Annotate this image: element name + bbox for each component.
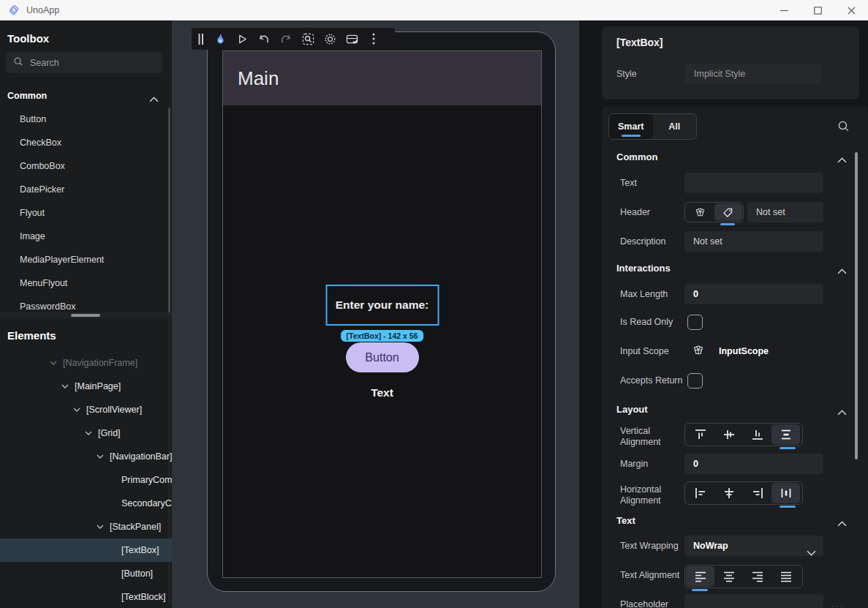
more-menu-icon[interactable] xyxy=(367,32,380,45)
is-read-only-checkbox[interactable] xyxy=(687,315,703,330)
play-icon[interactable] xyxy=(235,32,249,45)
section-common[interactable]: Common xyxy=(616,151,657,162)
toolbox-item-image[interactable]: Image xyxy=(0,225,169,248)
chevron-down-icon[interactable] xyxy=(73,408,80,412)
redo-icon[interactable] xyxy=(279,32,293,45)
halign-right-button[interactable] xyxy=(743,483,771,503)
chevron-up-icon[interactable] xyxy=(837,153,847,166)
chevron-down-icon[interactable] xyxy=(85,431,92,435)
input-scope-value[interactable]: InputScope xyxy=(719,342,769,360)
inspect-element-icon[interactable] xyxy=(301,32,314,45)
panel-splitter[interactable] xyxy=(0,312,172,318)
header-value-field[interactable]: Not set xyxy=(747,202,823,222)
toolbox-item-mediaplayerelement[interactable]: MediaPlayerElement xyxy=(0,248,169,271)
toolbox-item-datepicker[interactable]: DatePicker xyxy=(0,178,169,201)
tree-item-scrollviewer[interactable]: [ScrollViewer] xyxy=(0,398,172,421)
tree-item-primarycommands[interactable]: PrimaryComm xyxy=(0,468,172,492)
tree-item-textblock[interactable]: [TextBlock] xyxy=(0,585,172,608)
chevron-down-icon[interactable] xyxy=(61,384,69,389)
halign-center-button[interactable] xyxy=(714,483,743,503)
valign-center-button[interactable] xyxy=(714,424,743,445)
section-layout[interactable]: Layout xyxy=(616,404,648,415)
valign-stretch-button[interactable] xyxy=(771,424,800,445)
window-titlebar: UnoApp xyxy=(0,0,868,20)
description-value-field[interactable]: Not set xyxy=(684,231,823,252)
toolbox-item-button[interactable]: Button xyxy=(0,108,169,131)
tab-smart[interactable]: Smart xyxy=(609,114,653,139)
chevron-down-icon[interactable] xyxy=(50,361,57,365)
tree-item-secondarycommands[interactable]: SecondaryCo xyxy=(0,492,172,515)
selected-element-title: [TextBox] xyxy=(616,37,663,48)
minimize-icon[interactable] xyxy=(767,0,801,20)
halign-active-indicator xyxy=(780,506,796,508)
vertical-alignment-label: Vertical Alignment xyxy=(620,423,677,448)
splitter-handle-icon[interactable] xyxy=(71,314,100,317)
search-input[interactable] xyxy=(30,58,140,68)
tree-item-mainpage[interactable]: [MainPage] xyxy=(0,375,172,398)
canvas-button[interactable]: Button xyxy=(346,342,419,372)
section-interactions[interactable]: Interactions xyxy=(616,263,671,274)
text-wrapping-dropdown[interactable]: NoWrap xyxy=(684,536,823,556)
chevron-down-icon[interactable] xyxy=(97,454,104,459)
text-align-left-button[interactable] xyxy=(686,566,714,587)
text-align-justify-button[interactable] xyxy=(771,566,800,587)
text-align-right-button[interactable] xyxy=(743,566,771,587)
chevron-up-icon[interactable] xyxy=(149,92,159,105)
maximize-icon[interactable] xyxy=(801,0,834,20)
theme-toggle-icon[interactable] xyxy=(323,32,336,45)
valign-bottom-button[interactable] xyxy=(743,424,771,445)
text-value-field[interactable] xyxy=(684,173,823,193)
tree-item-stackpanel[interactable]: [StackPanel] xyxy=(0,515,172,538)
placeholder-field[interactable] xyxy=(684,594,823,608)
halign-left-button[interactable] xyxy=(686,483,714,503)
device-frame: Main Enter your name: [TextBox] - 142 x … xyxy=(207,31,556,592)
toolbox-section-common[interactable]: Common xyxy=(7,91,47,101)
tree-item-grid[interactable]: [Grid] xyxy=(0,421,172,445)
toolbox-scrollbar-thumb[interactable] xyxy=(168,108,170,318)
header-toggle-indicator xyxy=(720,223,735,225)
halign-stretch-button[interactable] xyxy=(771,483,800,503)
properties-panel: [TextBox] Style Implicit Style Smart All… xyxy=(579,20,868,608)
tab-all[interactable]: All xyxy=(653,114,697,139)
binding-icon[interactable] xyxy=(692,345,704,359)
chevron-down-icon xyxy=(807,543,816,556)
toolbox-item-flyout[interactable]: Flyout xyxy=(0,201,169,225)
section-text[interactable]: Text xyxy=(616,515,635,526)
tree-item-navigationbar[interactable]: [NavigationBar] xyxy=(0,445,172,468)
properties-scrollbar[interactable] xyxy=(855,152,858,459)
chevron-up-icon[interactable] xyxy=(837,517,847,530)
canvas-textblock[interactable]: Text xyxy=(371,386,393,399)
chevron-down-icon[interactable] xyxy=(97,525,104,529)
navigation-bar: Main xyxy=(223,51,541,105)
tag-icon[interactable] xyxy=(714,203,743,221)
tree-item-button[interactable]: [Button] xyxy=(0,562,172,585)
chevron-up-icon[interactable] xyxy=(837,264,847,277)
tree-item-navigationframe[interactable]: [NavigationFrame] xyxy=(0,351,172,375)
toolbox-item-combobox[interactable]: ComboBox xyxy=(0,154,169,178)
margin-field[interactable]: 0 xyxy=(684,454,823,474)
toolbox-item-checkbox[interactable]: CheckBox xyxy=(0,131,169,154)
window-title: UnoApp xyxy=(26,5,59,15)
chevron-up-icon[interactable] xyxy=(837,405,847,419)
binding-icon[interactable] xyxy=(686,203,714,221)
tree-item-textbox[interactable]: [TextBox] xyxy=(0,538,172,562)
search-icon[interactable] xyxy=(837,120,850,135)
input-scope-label: Input Scope xyxy=(620,342,669,360)
drag-handle-icon[interactable] xyxy=(197,32,205,45)
hot-design-flame-icon[interactable] xyxy=(214,32,227,45)
max-length-field[interactable]: 0 xyxy=(684,284,823,304)
valign-top-button[interactable] xyxy=(686,424,714,445)
accepts-return-checkbox[interactable] xyxy=(687,373,703,389)
undo-icon[interactable] xyxy=(257,32,271,45)
selected-textbox[interactable]: Enter your name: xyxy=(325,285,439,326)
panel-check-icon[interactable] xyxy=(345,32,358,45)
style-value-field[interactable]: Implicit Style xyxy=(685,64,821,84)
search-icon xyxy=(13,56,23,70)
text-align-center-button[interactable] xyxy=(714,566,743,587)
toolbox-item-menuflyout[interactable]: MenuFlyout xyxy=(0,271,169,295)
toolbox-search[interactable] xyxy=(6,52,162,73)
header-label: Header xyxy=(620,202,650,222)
canvas-toolbar xyxy=(192,28,395,50)
placeholder-more-icon[interactable]: ··· xyxy=(831,601,845,608)
close-icon[interactable] xyxy=(834,0,868,20)
